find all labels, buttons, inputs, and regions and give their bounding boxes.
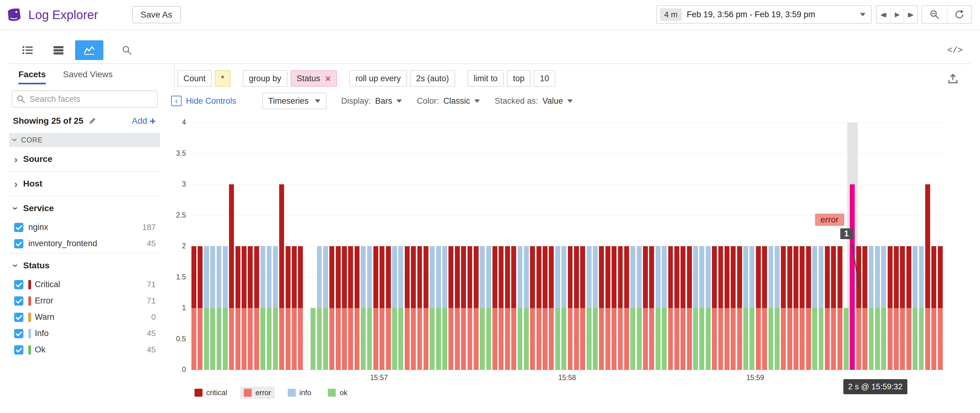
bar-segment-error[interactable]	[248, 308, 253, 370]
bar-segment-critical[interactable]	[499, 246, 504, 308]
bar-segment-error[interactable]	[612, 308, 617, 370]
facet-search[interactable]	[12, 91, 158, 108]
bar-segment-critical[interactable]	[731, 246, 736, 308]
facet-search-input[interactable]	[29, 94, 157, 104]
bar-segment-critical[interactable]	[461, 246, 466, 308]
bar-segment-critical[interactable]	[242, 246, 247, 308]
bar-segment-critical[interactable]	[624, 246, 629, 308]
bar-segment-error[interactable]	[380, 308, 384, 370]
display-select[interactable]: Bars	[375, 96, 402, 106]
bar-segment-critical[interactable]	[788, 246, 792, 308]
bar-segment-error[interactable]	[788, 308, 792, 370]
bar-segment-error[interactable]	[279, 308, 284, 370]
bar-segment-critical[interactable]	[423, 246, 428, 308]
bar-segment-error[interactable]	[580, 308, 585, 370]
bar-segment-error[interactable]	[938, 308, 943, 370]
bar-segment-error[interactable]	[329, 308, 334, 370]
bar-segment-error[interactable]	[888, 308, 892, 370]
bar-segment-info[interactable]	[749, 246, 754, 308]
facet-item-error[interactable]: Error71	[9, 293, 160, 309]
bar-segment-error[interactable]	[411, 308, 416, 370]
bar-segment-critical[interactable]	[756, 246, 761, 308]
bar-segment-critical[interactable]	[530, 246, 535, 308]
bar-segment-ok[interactable]	[480, 308, 485, 370]
bar-segment-error[interactable]	[825, 308, 830, 370]
view-timeseries-button[interactable]	[75, 40, 103, 60]
bar-segment-critical[interactable]	[336, 246, 341, 308]
bar-segment-critical[interactable]	[254, 246, 259, 308]
bar-segment-info[interactable]	[919, 246, 924, 308]
facet-item-inventory-frontend[interactable]: inventory_frontend45	[9, 235, 160, 252]
bar-segment-critical[interactable]	[342, 246, 347, 308]
bar-segment-info[interactable]	[486, 246, 491, 308]
bar-segment-critical[interactable]	[574, 246, 579, 308]
bar-segment-ok[interactable]	[812, 308, 817, 370]
facet-item-ok[interactable]: Ok45	[9, 342, 160, 358]
legend-item-info[interactable]: info	[284, 386, 315, 399]
bar-segment-critical[interactable]	[298, 246, 303, 308]
bar-segment-info[interactable]	[562, 246, 566, 308]
bar-segment-info[interactable]	[210, 246, 215, 308]
bar-segment-critical[interactable]	[536, 246, 541, 308]
bar-segment-ok[interactable]	[706, 308, 711, 370]
bar-segment-error[interactable]	[405, 308, 410, 370]
bar-segment-critical[interactable]	[675, 246, 679, 308]
bar-segment-error[interactable]	[568, 308, 573, 370]
bar-segment-info[interactable]	[442, 246, 447, 308]
checkbox-checked-icon[interactable]	[14, 345, 23, 354]
bar-segment-info[interactable]	[524, 246, 529, 308]
bar-segment-info[interactable]	[743, 246, 748, 308]
bar-segment-error[interactable]	[605, 308, 610, 370]
bar-segment-critical[interactable]	[279, 184, 284, 308]
bar-segment-ok[interactable]	[881, 308, 886, 370]
bar-segment-info[interactable]	[323, 246, 328, 308]
bar-segment-critical[interactable]	[292, 246, 297, 308]
bar-segment-error[interactable]	[931, 308, 936, 370]
bar-segment-ok[interactable]	[361, 308, 366, 370]
bar-segment-ok[interactable]	[743, 308, 748, 370]
bar-segment-error[interactable]	[348, 308, 353, 370]
bar-segment-error[interactable]	[342, 308, 347, 370]
bar-segment-error[interactable]	[624, 308, 629, 370]
bar-segment-info[interactable]	[260, 246, 265, 308]
bar-segment-error[interactable]	[492, 308, 497, 370]
zoom-out-button[interactable]	[922, 6, 947, 23]
bar-segment-critical[interactable]	[348, 246, 353, 308]
bar-segment-critical[interactable]	[612, 246, 617, 308]
graph-type-select[interactable]: Timeseries	[262, 93, 326, 109]
bar-segment-ok[interactable]	[442, 308, 447, 370]
legend-item-error[interactable]: error	[240, 386, 275, 399]
bar-segment-ok[interactable]	[367, 308, 372, 370]
bar-segment-error[interactable]	[794, 308, 799, 370]
bar-segment-error[interactable]	[618, 308, 623, 370]
bar-segment-info[interactable]	[662, 246, 667, 308]
query-token-interval[interactable]: 2s (auto)	[410, 70, 455, 87]
refresh-button[interactable]	[947, 6, 971, 23]
query-token-status[interactable]: Status×	[291, 70, 337, 87]
bar-segment-info[interactable]	[593, 246, 598, 308]
bar-segment-info[interactable]	[367, 246, 372, 308]
bar-segment-critical[interactable]	[329, 246, 334, 308]
color-select[interactable]: Classic	[443, 96, 480, 106]
bar-segment-critical[interactable]	[938, 246, 943, 308]
bar-segment-info[interactable]	[430, 246, 434, 308]
bar-segment-ok[interactable]	[317, 308, 322, 370]
bar-segment-error[interactable]	[468, 308, 473, 370]
bar-segment-ok[interactable]	[913, 308, 918, 370]
tab-saved-views[interactable]: Saved Views	[63, 70, 113, 84]
play-button[interactable]: ▶	[890, 6, 904, 23]
view-list-button[interactable]	[14, 40, 42, 60]
bar-segment-ok[interactable]	[204, 308, 209, 370]
bar-segment-critical[interactable]	[907, 246, 912, 308]
bar-segment-info[interactable]	[913, 246, 918, 308]
legend-item-ok[interactable]: ok	[324, 386, 351, 399]
bar-segment-error[interactable]	[800, 308, 805, 370]
add-facet-button[interactable]: Add +	[132, 116, 156, 126]
bar-segment-info[interactable]	[630, 246, 635, 308]
bar-segment-error[interactable]	[298, 308, 303, 370]
bar-segment-critical[interactable]	[405, 246, 410, 308]
bar-segment-error[interactable]	[599, 308, 604, 370]
bar-segment-ok[interactable]	[524, 308, 529, 370]
bar-segment-info[interactable]	[768, 246, 773, 308]
bar-segment-critical[interactable]	[712, 246, 717, 308]
